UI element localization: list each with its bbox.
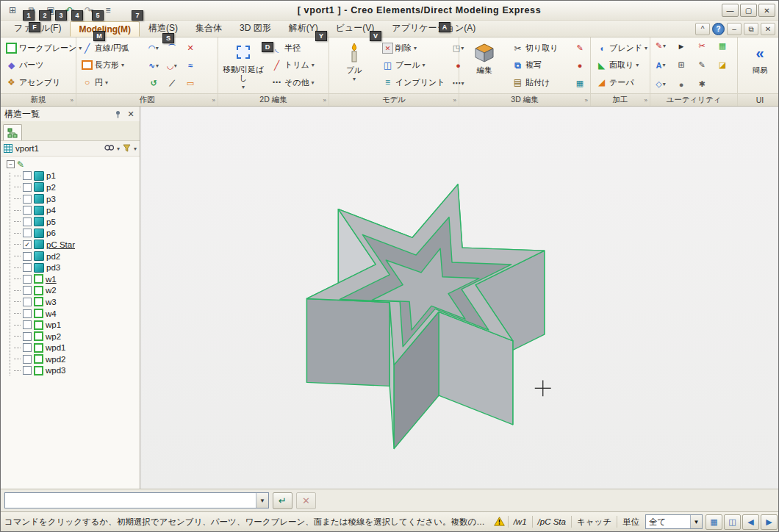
warning-icon[interactable] [492,517,506,528]
tree-item-wp2[interactable]: wp2 [14,331,140,342]
active-workplane-indicator[interactable]: /w1 [510,517,531,526]
workplane-button[interactable]: ワークプレーン▾ [3,40,73,57]
radius-button[interactable]: ◟半径 [268,40,326,57]
checkbox[interactable] [23,183,32,192]
tree-item-p6[interactable]: p6 [14,228,140,240]
find-icon[interactable] [104,144,114,154]
tree-item-wpd2[interactable]: wpd2 [14,353,140,365]
assembly-button[interactable]: ❖アセンブリ [3,74,73,91]
checkbox[interactable] [23,195,32,204]
tree-item-p2[interactable]: p2 [14,181,140,193]
tree-item-pd2[interactable]: pd2 [14,251,140,262]
delete-2d-icon[interactable]: ✕ [182,40,198,56]
checkbox[interactable] [23,366,32,375]
checkbox[interactable] [23,320,32,329]
rectangle-button[interactable]: 長方形▾ [79,57,143,73]
fillet-2d-icon[interactable]: ◡▾ [164,57,180,73]
delete-button[interactable]: ✕削除▾ [379,40,448,57]
child-restore-icon[interactable]: ⧉ [744,23,758,35]
checkbox[interactable] [23,355,32,364]
cut-button[interactable]: ✂切り取り [509,40,570,57]
active-part-indicator[interactable]: /pC Sta [534,517,570,526]
chamfer-button[interactable]: ◣面取り▾ [593,57,647,73]
collapse-icon[interactable]: − [7,160,15,168]
redline-icon[interactable]: ✎ [572,40,588,56]
tree-item-wpd1[interactable]: wpd1 [14,342,140,354]
erase-icon[interactable]: ✂ [694,38,710,54]
checkbox[interactable] [23,332,32,341]
edit-button[interactable]: 編集 [462,39,507,92]
blend-button[interactable]: ◖ブレンド▾ [593,40,647,57]
selection-filter-select[interactable]: 全て ▼ [645,514,703,529]
tree-item-wp1[interactable]: wp1 [14,319,140,331]
checkbox[interactable] [23,218,32,226]
settings-icon[interactable]: ✱ [694,76,710,93]
checkbox[interactable] [23,206,32,215]
help-icon[interactable]: ? [712,23,725,35]
trim-button[interactable]: ╱トリム▾ [268,57,326,73]
unit-label[interactable]: 単位 [619,517,643,528]
measure-icon[interactable]: ✎▾ [653,38,669,54]
paste-button[interactable]: ▤貼付け [509,74,570,91]
checkbox[interactable] [23,263,32,272]
annotate-icon[interactable]: A▾ [653,57,669,73]
command-input[interactable] [5,493,256,508]
viewport-name[interactable]: vport1 [15,144,101,153]
filter-dropdown-icon[interactable]: ▼ [690,515,702,528]
tree-item-w2[interactable]: w2 [14,285,140,297]
checkbox[interactable] [23,309,32,318]
checkbox[interactable] [23,229,32,237]
tree-item-pc-star[interactable]: pC Star [14,239,140,251]
tab-3d-shapes[interactable]: 3D 図形 [231,19,280,37]
tree-item-p4[interactable]: p4 [14,204,140,216]
checkbox[interactable] [23,343,32,352]
3d-viewport[interactable] [140,107,778,489]
pull-button[interactable]: プル▾ [331,39,377,92]
child-minimize-icon[interactable]: – [727,23,742,35]
tree-item-pd3[interactable]: pd3 [14,262,140,273]
window-icon[interactable]: ⊞ [4,3,21,18]
checkbox[interactable] [23,252,32,261]
simple-ui-button[interactable]: « 簡易 [740,39,779,92]
child-close-icon[interactable]: ✕ [761,23,775,35]
sphere2-icon[interactable]: ● [572,57,588,73]
spline-tool-icon[interactable]: ∿▾ [146,57,162,73]
tree-item-p5[interactable]: p5 [14,216,140,228]
pencil-icon[interactable]: ✎ [694,57,710,73]
tree-item-w3[interactable]: w3 [14,296,140,308]
taper-button[interactable]: ◢テーパ [593,74,647,91]
hatch-icon[interactable]: ▭ [182,75,198,91]
other-button[interactable]: ⋯その他▾ [268,74,326,91]
checkbox[interactable] [23,298,32,306]
filter-icon[interactable] [123,144,131,154]
shade-icon[interactable]: ◪ [714,57,730,73]
checkbox[interactable] [23,275,32,284]
command-cancel-button[interactable]: ✕ [296,492,316,509]
catch-toggle[interactable]: キャッチ [573,517,615,528]
layout-bottom-icon[interactable]: ▦ [706,514,722,530]
layout-side-icon[interactable]: ◫ [724,514,741,530]
command-dropdown-icon[interactable]: ▼ [256,493,268,508]
face-icon[interactable]: ▦ [714,38,730,54]
line-arc-button[interactable]: ╱直線/円弧 [79,40,143,57]
grid-icon[interactable]: ⊞ [673,57,689,73]
checkbox-checked[interactable] [23,240,32,249]
panel-close-icon[interactable]: ✕ [126,109,136,119]
slant-line-icon[interactable]: ⟋ [164,75,180,91]
relation-icon[interactable]: ◇▾ [653,76,669,93]
imprint-button[interactable]: ≡インプリント [379,74,448,91]
move-stretch-button[interactable]: 移動/引延ばし▾ [220,39,266,92]
previous-icon[interactable]: ◀ [742,514,759,530]
select-cursor-icon[interactable]: ► [673,38,689,54]
close-button[interactable]: ✕ [758,4,775,17]
tab-assembly[interactable]: 集合体 [187,19,231,37]
command-combobox[interactable]: ▼ [4,492,269,508]
collapse-ribbon-icon[interactable]: ^ [695,23,710,35]
pattern-icon[interactable]: ▦ [572,75,588,91]
pin-icon[interactable] [112,109,123,119]
maximize-button[interactable]: ▢ [740,4,757,17]
tree-root[interactable]: − ✎ [5,159,140,170]
structure-tree-tab[interactable] [3,124,22,140]
tree-item-p1[interactable]: p1 [14,170,140,182]
next-icon[interactable]: ▶ [761,514,778,530]
